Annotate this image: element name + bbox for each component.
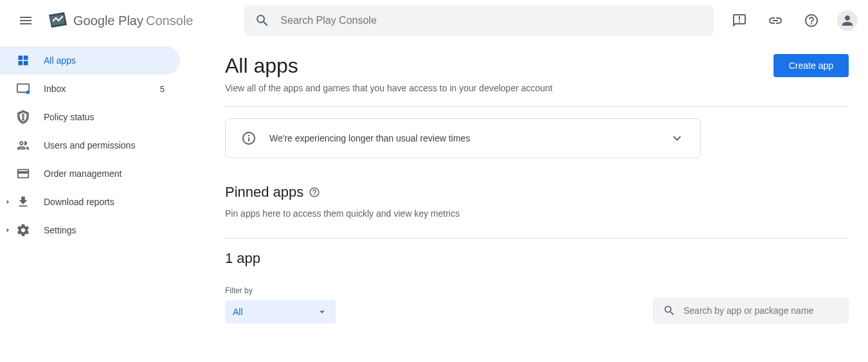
users-icon xyxy=(15,138,31,153)
sidebar-item-orders[interactable]: Order management xyxy=(0,159,180,188)
sidebar-item-label: Order management xyxy=(44,168,170,179)
app-search-input[interactable] xyxy=(683,305,838,316)
page-header: All apps Create app xyxy=(225,54,849,78)
help-icon xyxy=(804,13,819,28)
sidebar-item-badge: 5 xyxy=(160,84,170,94)
header-actions xyxy=(724,5,858,36)
logo[interactable]: Google Play Console xyxy=(49,12,193,29)
svg-rect-5 xyxy=(24,61,28,66)
app-count: 1 app xyxy=(225,250,849,267)
sidebar: All apps Inbox 5 Policy status Users and… xyxy=(0,41,180,336)
main-content: All apps Create app View all of the apps… xyxy=(180,41,868,336)
sidebar-item-users[interactable]: Users and permissions xyxy=(0,131,180,159)
search-icon xyxy=(663,304,676,317)
chevron-right-icon xyxy=(3,225,13,235)
sidebar-item-settings[interactable]: Settings xyxy=(0,216,180,244)
announcement-icon xyxy=(732,13,747,28)
play-console-logo-icon xyxy=(49,12,68,29)
sidebar-item-label: Inbox xyxy=(44,84,147,94)
svg-rect-4 xyxy=(19,61,23,66)
link-button[interactable] xyxy=(760,5,791,36)
filter-dropdown[interactable]: All xyxy=(225,300,336,323)
link-icon xyxy=(768,13,783,28)
sidebar-item-label: Users and permissions xyxy=(44,140,170,150)
search-icon xyxy=(255,13,270,28)
pinned-apps-title: Pinned apps xyxy=(225,184,849,201)
notice-card[interactable]: We're experiencing longer than usual rev… xyxy=(225,118,701,158)
search-input[interactable] xyxy=(280,15,703,26)
shield-icon xyxy=(15,109,31,125)
page-subtitle: View all of the apps and games that you … xyxy=(225,83,849,93)
credit-card-icon xyxy=(15,166,31,181)
sidebar-item-label: Policy status xyxy=(44,112,170,122)
app-search-box[interactable] xyxy=(653,298,849,323)
menu-button[interactable] xyxy=(10,5,41,36)
hamburger-icon xyxy=(18,13,33,28)
chevron-down-icon[interactable] xyxy=(669,131,685,146)
svg-rect-2 xyxy=(19,56,23,60)
svg-point-6 xyxy=(26,91,30,95)
sidebar-item-label: Settings xyxy=(44,225,170,235)
pinned-apps-subtitle: Pin apps here to access them quickly and… xyxy=(225,208,849,219)
sidebar-item-label: Download reports xyxy=(44,197,170,207)
person-icon xyxy=(840,13,855,28)
divider xyxy=(225,106,849,107)
avatar[interactable] xyxy=(837,10,858,31)
notice-text: We're experiencing longer than usual rev… xyxy=(269,133,656,143)
svg-rect-3 xyxy=(24,56,28,60)
sidebar-item-download-reports[interactable]: Download reports xyxy=(0,188,180,216)
search-box[interactable] xyxy=(244,5,714,36)
header: Google Play Console xyxy=(0,0,868,41)
create-app-button[interactable]: Create app xyxy=(773,54,849,77)
filter-group: Filter by All xyxy=(225,286,336,323)
sidebar-item-label: All apps xyxy=(44,55,170,66)
filter-label: Filter by xyxy=(225,286,336,295)
gear-icon xyxy=(15,222,31,238)
container: All apps Inbox 5 Policy status Users and… xyxy=(0,41,868,336)
sidebar-item-policy-status[interactable]: Policy status xyxy=(0,103,180,131)
announcement-button[interactable] xyxy=(724,5,755,36)
page-title: All apps xyxy=(225,54,298,78)
divider xyxy=(225,238,849,239)
help-outline-icon[interactable] xyxy=(309,186,320,198)
arrow-drop-down-icon xyxy=(316,306,328,318)
logo-text: Google Play Console xyxy=(73,14,193,28)
filter-row: Filter by All xyxy=(225,286,849,323)
download-icon xyxy=(15,194,31,210)
info-icon xyxy=(241,131,257,146)
help-button[interactable] xyxy=(796,5,827,36)
sidebar-item-all-apps[interactable]: All apps xyxy=(0,46,180,75)
inbox-icon xyxy=(15,81,31,96)
chevron-right-icon xyxy=(3,197,13,207)
apps-icon xyxy=(15,53,31,68)
sidebar-item-inbox[interactable]: Inbox 5 xyxy=(0,75,180,103)
